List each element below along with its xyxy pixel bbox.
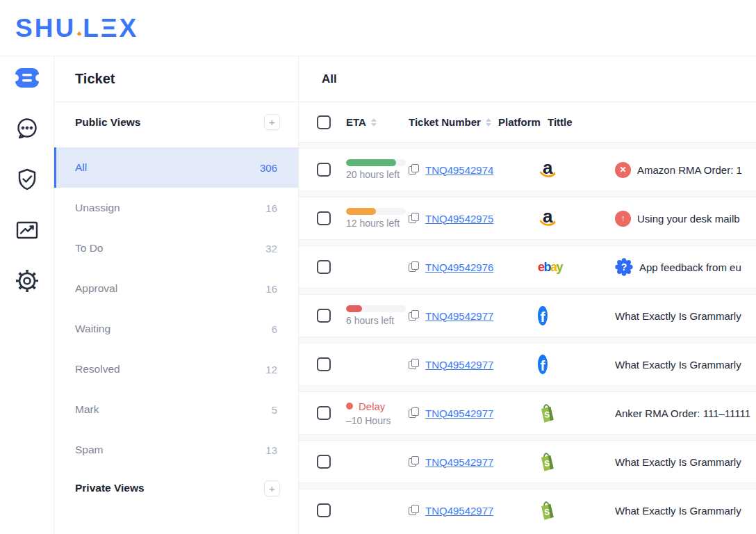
ticket-number-link[interactable]: TNQ49542977	[425, 456, 493, 468]
row-checkbox[interactable]	[317, 260, 331, 274]
add-private-view-button[interactable]: +	[264, 480, 280, 496]
facebook-logo: f	[538, 355, 548, 374]
copy-icon[interactable]	[409, 456, 420, 468]
ticket-title: App feedback from eu	[639, 261, 741, 273]
copy-icon[interactable]	[409, 261, 420, 273]
column-eta-label: ETA	[346, 116, 366, 128]
copy-icon[interactable]	[409, 310, 420, 322]
facebook-logo: f	[538, 306, 548, 325]
title-cell: What Exactly Is Grammarly	[548, 456, 756, 468]
add-public-view-button[interactable]: +	[264, 114, 280, 130]
ticket-table-row[interactable]: TNQ49542977 S What Exactly Is Grammarly	[299, 490, 756, 531]
sidebar-item-waiting[interactable]: Waiting 6	[54, 309, 298, 349]
ticket-table-row[interactable]: 12 hours left TNQ49542975 a ↑ Using your…	[299, 197, 756, 239]
copy-icon[interactable]	[409, 407, 420, 419]
nav-analytics-button[interactable]	[14, 218, 40, 245]
eta-progress: 6 hours left	[346, 305, 409, 326]
ticket-sidebar: Ticket Public Views + All 306 Unassign 1…	[54, 56, 299, 534]
column-title: Tittle	[548, 116, 756, 128]
ticket-table-row[interactable]: TNQ49542976 ebay ? App feedback from eu	[299, 246, 756, 288]
sidebar-item-resolved[interactable]: Resolved 12	[54, 349, 298, 389]
column-ticket-number: Ticket Number	[409, 116, 498, 128]
logo: SHULΞX	[15, 15, 138, 41]
eta-delay: Delay –10 Hours	[346, 400, 409, 426]
ticket-number-sort-control[interactable]	[486, 118, 491, 127]
title-cell: Anker RMA Order: 111–11111	[548, 407, 756, 419]
platform-cell: S	[498, 500, 548, 521]
row-checkbox-cell	[317, 260, 346, 274]
copy-icon[interactable]	[409, 213, 420, 225]
nav-tickets-button[interactable]	[14, 66, 40, 92]
app-root: SHULΞX	[0, 0, 756, 534]
ticket-table-body: 20 hours left TNQ49542974 a ✕ Amazon RMA…	[299, 142, 756, 534]
copy-icon[interactable]	[409, 164, 420, 176]
copy-icon[interactable]	[409, 505, 420, 517]
row-checkbox-cell	[317, 309, 346, 323]
error-circle-icon: ✕	[615, 162, 631, 178]
row-separator	[299, 337, 756, 343]
row-checkbox[interactable]	[317, 211, 331, 225]
copy-icon[interactable]	[409, 359, 420, 371]
ticket-title: What Exactly Is Grammarly	[615, 456, 741, 468]
sidebar-item-to-do[interactable]: To Do 32	[54, 228, 298, 268]
ticket-number-link[interactable]: TNQ49542977	[425, 310, 493, 322]
ticket-table-row[interactable]: TNQ49542977 f What Exactly Is Grammarly	[299, 343, 756, 385]
sidebar-item-count: 306	[260, 162, 277, 174]
sidebar-item-label: Spam	[75, 444, 104, 456]
row-checkbox-cell	[317, 455, 346, 469]
row-separator	[299, 483, 756, 490]
ticket-number-cell: TNQ49542977	[409, 407, 498, 419]
nav-settings-button[interactable]	[14, 269, 40, 296]
ticket-number-cell: TNQ49542977	[409, 359, 498, 371]
row-checkbox-cell	[317, 211, 346, 225]
ticket-table-row[interactable]: 6 hours left TNQ49542977 f What Exactly …	[299, 295, 756, 337]
public-views-label: Public Views	[75, 116, 140, 129]
logo-letter: H	[35, 15, 56, 41]
platform-cell: S	[498, 451, 548, 472]
nav-feedback-button[interactable]	[14, 117, 40, 143]
row-checkbox-cell	[317, 406, 346, 420]
sidebar-item-all[interactable]: All 306	[54, 147, 298, 188]
sidebar-item-approval[interactable]: Approval 16	[54, 268, 298, 309]
amazon-logo: a	[538, 208, 548, 229]
row-checkbox[interactable]	[317, 406, 331, 420]
ticket-table-row[interactable]: Delay –10 Hours TNQ49542977 S Anker RMA …	[299, 392, 756, 434]
sidebar-item-mark[interactable]: Mark 5	[54, 389, 298, 430]
arrow-up-circle-icon: ↑	[615, 211, 631, 227]
eta-progress-track	[346, 305, 406, 312]
analytics-chart-icon	[15, 220, 39, 243]
ticket-title: Amazon RMA Order: 1	[637, 164, 742, 176]
ticket-number-link[interactable]: TNQ49542975	[425, 213, 493, 225]
row-separator	[299, 385, 756, 392]
delay-hours: –10 Hours	[346, 415, 409, 426]
row-checkbox[interactable]	[317, 455, 331, 469]
row-separator	[299, 191, 756, 197]
ticket-table-row[interactable]: 20 hours left TNQ49542974 a ✕ Amazon RMA…	[299, 149, 756, 191]
column-platform-label: Platform	[498, 116, 541, 128]
row-checkbox[interactable]	[317, 503, 331, 517]
row-checkbox[interactable]	[317, 309, 331, 323]
select-all-checkbox[interactable]	[317, 115, 331, 129]
ticket-table-row[interactable]: TNQ49542977 S What Exactly Is Grammarly	[299, 441, 756, 483]
sidebar-item-unassign[interactable]: Unassign 16	[54, 188, 298, 228]
table-header: ETA Ticket Number Platform Tittle	[299, 102, 756, 142]
ticket-main: All ETA Ticket Number Platform Tittle	[299, 56, 756, 534]
eta-progress-track	[346, 208, 406, 215]
ticket-number-link[interactable]: TNQ49542977	[425, 359, 493, 371]
column-ticket-number-label: Ticket Number	[409, 116, 481, 128]
ticket-number-link[interactable]: TNQ49542977	[425, 407, 493, 419]
ticket-number-link[interactable]: TNQ49542974	[425, 164, 493, 176]
eta-sort-control[interactable]	[371, 118, 377, 127]
ticket-number-link[interactable]: TNQ49542976	[425, 261, 493, 273]
ticket-title: What Exactly Is Grammarly	[615, 310, 741, 322]
nav-security-button[interactable]	[14, 168, 40, 194]
row-checkbox[interactable]	[317, 163, 331, 177]
sidebar-item-spam[interactable]: Spam 13	[54, 430, 298, 470]
sidebar-item-label: Approval	[75, 282, 117, 295]
sidebar-item-label: Unassign	[75, 202, 120, 214]
row-checkbox[interactable]	[317, 357, 331, 371]
logo-letter: X	[120, 15, 139, 41]
ticket-number-link[interactable]: TNQ49542977	[425, 505, 493, 517]
ticket-number-cell: TNQ49542977	[409, 505, 498, 517]
ticket-number-cell: TNQ49542976	[409, 261, 498, 273]
